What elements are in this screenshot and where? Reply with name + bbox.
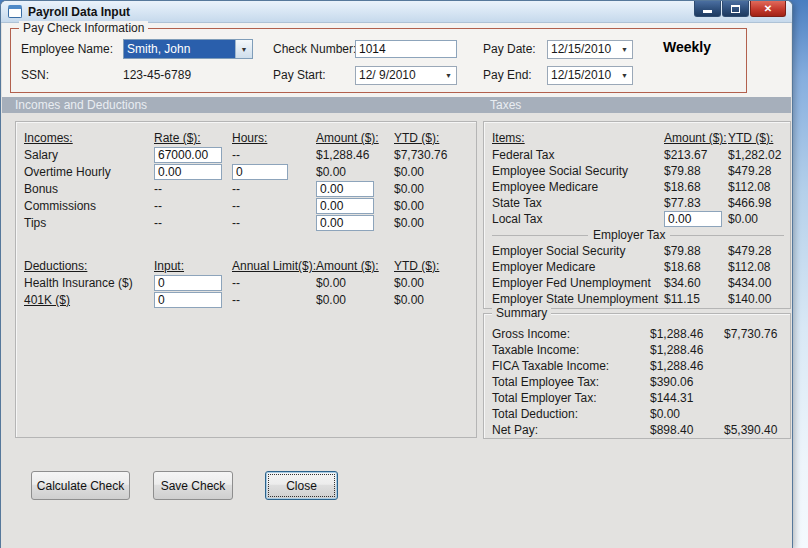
pay-start-picker[interactable]: 12/ 9/2010 ▼	[355, 66, 457, 85]
hours-value: --	[232, 147, 316, 164]
401k-link[interactable]: 401K ($)	[24, 292, 154, 309]
close-window-button[interactable]: ✕	[750, 1, 786, 17]
input-header: Input:	[154, 258, 232, 275]
health-insurance-input[interactable]	[154, 275, 222, 291]
tax-label: Employee Social Security	[492, 163, 664, 179]
tax-label: Employer Fed Unemployment	[492, 275, 664, 291]
minimize-icon	[703, 10, 712, 13]
employee-name-dropdown-button[interactable]: ▼	[235, 40, 252, 58]
local-tax-input[interactable]	[664, 211, 722, 227]
commissions-amount-input[interactable]	[316, 198, 374, 214]
overtime-rate-input[interactable]	[154, 164, 222, 180]
pay-end-label: Pay End:	[483, 65, 532, 85]
minimize-button[interactable]	[694, 1, 721, 17]
summary-ytd: $7,730.76	[724, 326, 784, 342]
summary-amount: $1,288.46	[650, 358, 724, 374]
tax-ytd: $434.00	[728, 275, 784, 291]
tax-amount: $79.88	[664, 243, 728, 259]
ytd-value: $7,730.76	[394, 147, 466, 164]
tax-label: State Tax	[492, 195, 664, 211]
deductions-header: Deductions:	[24, 258, 154, 275]
amount-value: $1,288.46	[316, 147, 394, 164]
chevron-down-icon: ▼	[621, 72, 628, 79]
rate-input-cell	[154, 164, 232, 181]
local-tax-input-cell	[664, 211, 728, 227]
check-number-input[interactable]	[355, 40, 457, 58]
tax-ytd: $1,282.02	[728, 147, 784, 163]
tax-ytd: $466.98	[728, 195, 784, 211]
app-icon	[8, 5, 22, 18]
amount-value: $0.00	[316, 164, 394, 181]
taxes-group: Items: Amount ($): YTD ($): Federal Tax …	[483, 121, 791, 309]
hours-value: --	[232, 215, 316, 232]
pay-end-dropdown-button[interactable]: ▼	[617, 67, 632, 84]
summary-table: Gross Income: $1,288.46 $7,730.76 Taxabl…	[492, 326, 784, 438]
employer-tax-separator: Employer Tax	[492, 227, 784, 243]
ytd-value: $0.00	[394, 215, 466, 232]
pay-end-picker[interactable]: 12/15/2010 ▼	[547, 66, 633, 85]
tax-amount: $11.15	[664, 291, 728, 307]
tax-label: Employer State Unemployment	[492, 291, 664, 307]
rate-header: Rate ($):	[154, 130, 232, 147]
summary-label-cell: Total Deduction:	[492, 406, 650, 422]
maximize-button[interactable]	[722, 1, 749, 17]
ytd-value: $0.00	[394, 292, 466, 309]
tax-ytd: $140.00	[728, 291, 784, 307]
calculate-check-button[interactable]: Calculate Check	[31, 471, 130, 500]
tax-ytd: $479.28	[728, 163, 784, 179]
tax-label: Local Tax	[492, 211, 664, 227]
overtime-hours-input[interactable]	[232, 164, 288, 180]
summary-ytd	[724, 342, 784, 358]
tax-amount: $213.67	[664, 147, 728, 163]
employee-name-combobox[interactable]: Smith, John ▼	[123, 39, 253, 59]
ytd-value: $0.00	[394, 275, 466, 292]
close-icon: ✕	[764, 4, 772, 14]
salary-rate-input[interactable]	[154, 147, 222, 163]
tax-ytd: $0.00	[728, 211, 784, 227]
separator-line	[492, 235, 588, 236]
amount-value: $0.00	[316, 275, 394, 292]
chevron-down-icon: ▼	[445, 72, 452, 79]
desktop: Payroll Data Input ✕ Pay Check Informati…	[0, 0, 808, 548]
summary-ytd	[724, 374, 784, 390]
summary-amount: $144.31	[650, 390, 724, 406]
limit-value: --	[232, 275, 316, 292]
amount-input-cell	[316, 215, 394, 232]
ytd-value: $0.00	[394, 198, 466, 215]
summary-ytd	[724, 406, 784, 422]
save-check-button[interactable]: Save Check	[153, 471, 233, 500]
summary-ytd: $5,390.40	[724, 422, 784, 438]
tax-label: Federal Tax	[492, 147, 664, 163]
amount-header: Amount ($):	[664, 130, 728, 147]
tips-amount-input[interactable]	[316, 215, 374, 231]
tax-label: Employer Medicare	[492, 259, 664, 275]
ytd-header: YTD ($):	[394, 130, 466, 147]
summary-amount: $390.06	[650, 374, 724, 390]
deductions-table: Deductions: Input: Annual Limit($): Amou…	[24, 258, 466, 309]
pay-date-dropdown-button[interactable]: ▼	[617, 41, 632, 58]
bonus-amount-input[interactable]	[316, 181, 374, 197]
tax-label: Employee Medicare	[492, 179, 664, 195]
amount-input-cell	[316, 181, 394, 198]
employee-name-label: Employee Name:	[21, 39, 113, 59]
pay-date-picker[interactable]: 12/15/2010 ▼	[547, 40, 633, 59]
rate-value: --	[154, 215, 232, 232]
close-button[interactable]: Close	[265, 471, 338, 500]
ytd-value: $0.00	[394, 164, 466, 181]
amount-input-cell	[316, 198, 394, 215]
titlebar[interactable]: Payroll Data Input ✕	[1, 1, 792, 23]
tax-amount: $77.83	[664, 195, 728, 211]
401k-input[interactable]	[154, 292, 222, 308]
incomes-header: Incomes:	[24, 130, 154, 147]
incomes-table: Incomes: Rate ($): Hours: Amount ($): YT…	[24, 130, 466, 232]
hours-value: --	[232, 198, 316, 215]
deduction-label: Health Insurance ($)	[24, 275, 154, 292]
tax-ytd: $112.08	[728, 259, 784, 275]
tax-amount: $18.68	[664, 179, 728, 195]
pay-start-dropdown-button[interactable]: ▼	[441, 67, 456, 84]
chevron-down-icon: ▼	[621, 46, 628, 53]
incomes-deductions-group: Incomes: Rate ($): Hours: Amount ($): YT…	[15, 121, 477, 438]
separator-line	[670, 235, 784, 236]
window-controls: ✕	[694, 1, 786, 17]
summary-label-cell: Total Employee Tax:	[492, 374, 650, 390]
